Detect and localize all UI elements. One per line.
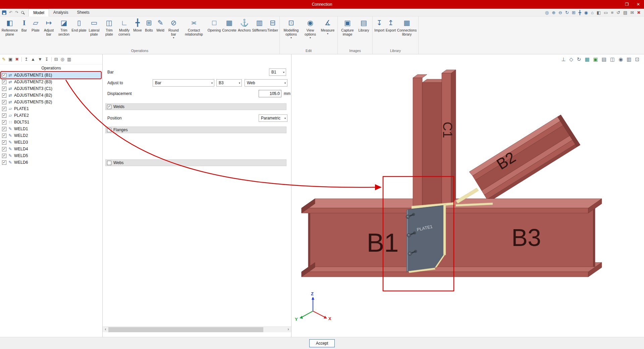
save-icon[interactable]	[2, 10, 6, 15]
checkbox[interactable]: ✓	[2, 160, 6, 165]
move-top-icon[interactable]: ↥	[24, 57, 28, 62]
modify-corners-button[interactable]: ∟ Modify corners	[117, 17, 132, 36]
tree-item-adjustment5[interactable]: ✓ ⇄ ADJUSTMENT5 (B2)	[1, 99, 101, 105]
beam-b2[interactable]	[469, 115, 580, 202]
find-icon[interactable]: ◎	[545, 10, 549, 15]
plates-visibility-icon[interactable]: ◫	[610, 56, 615, 62]
filter-operations-icon[interactable]: ▥	[67, 57, 71, 62]
column-c1[interactable]	[413, 70, 456, 207]
contact-relationship-button[interactable]: ≍ Contact relationship	[181, 17, 207, 36]
opening-button[interactable]: □ Opening	[207, 17, 222, 32]
accept-button[interactable]: Accept	[309, 339, 335, 347]
lateral-plate-button[interactable]: ▭ Lateral plate	[87, 17, 102, 36]
view-cube-icon[interactable]: ◇	[569, 56, 573, 62]
checkbox[interactable]: ✓	[2, 113, 6, 118]
edit-operation-icon[interactable]: ✎	[2, 57, 6, 62]
layers-icon[interactable]: ▥	[627, 56, 631, 62]
checkbox[interactable]: ✓	[2, 73, 6, 78]
zoom-refresh-icon[interactable]: ↻	[565, 10, 569, 15]
tree-item-bolts1[interactable]: ✓ ∷ BOLTS1	[1, 119, 101, 126]
scroll-right-button[interactable]: ›	[285, 327, 291, 333]
beam-b1-b3[interactable]	[302, 199, 602, 277]
adjust-to-part-select[interactable]: Web ▾	[245, 79, 287, 87]
move-bottom-icon[interactable]: ↧	[45, 57, 49, 62]
scrollbar-thumb[interactable]	[108, 327, 263, 332]
round-bar-button[interactable]: ⊘ Round bar ▾	[166, 17, 181, 39]
flanges-section-header[interactable]: Flanges	[105, 127, 286, 133]
view-settings-icon[interactable]: ⊡	[635, 56, 639, 62]
anchors-button[interactable]: ⚓ Anchors	[237, 17, 252, 32]
list-icon[interactable]: ≡	[611, 10, 613, 15]
capture-image-button[interactable]: ▣ Capture image	[339, 17, 356, 36]
adjust-to-type-select[interactable]: Bar ▾	[153, 79, 214, 87]
welds-visibility-icon[interactable]: ▣	[593, 56, 598, 62]
orbit-icon[interactable]: ↻	[577, 56, 581, 62]
move-button[interactable]: ╋ Move	[132, 17, 143, 32]
adjust-bar-button[interactable]: ↦ Adjust bar	[41, 17, 56, 36]
checkbox[interactable]: ✓	[2, 127, 6, 131]
checkbox[interactable]: ✓	[2, 80, 6, 84]
undo-icon[interactable]: ↶	[9, 10, 12, 15]
tree-item-adjustment4[interactable]: ✓ ⇄ ADJUSTMENT4 (B2)	[1, 92, 101, 99]
connection-model[interactable]: B1 B3 B2 C1 PLATE1 Z X Y	[291, 54, 644, 337]
pan-icon[interactable]: ╋	[579, 10, 581, 15]
adjust-to-member-select[interactable]: B3 ▾	[216, 79, 242, 87]
flanges-checkbox[interactable]	[107, 128, 111, 132]
timber-button[interactable]: ⊟ Timber	[267, 17, 278, 32]
close-window-button[interactable]: ✕	[633, 0, 644, 9]
previous-view-icon[interactable]: ↺	[616, 10, 620, 15]
zoom-in-icon[interactable]: ⊕	[552, 10, 555, 15]
trim-plate-button[interactable]: ◫ Trim plate	[102, 17, 117, 36]
restore-window-button[interactable]: ❐	[621, 0, 633, 9]
scroll-left-button[interactable]: ‹	[103, 327, 108, 333]
close-view-icon[interactable]: ✖	[637, 10, 641, 15]
checkbox[interactable]: ✓	[2, 87, 6, 91]
connections-library-button[interactable]: ▦ Connections library	[396, 17, 417, 36]
zoom-window-icon[interactable]: ⊞	[572, 10, 576, 15]
displacement-input[interactable]	[259, 90, 281, 97]
plate-button[interactable]: ▱ Plate	[30, 17, 41, 32]
trim-section-button[interactable]: ◪ Trim section	[56, 17, 71, 36]
view-options-button[interactable]: ◉ View options ▾	[302, 17, 319, 39]
move-down-icon[interactable]: ▼	[38, 57, 42, 62]
bolts-visibility-icon[interactable]: ▤	[602, 56, 606, 62]
tree-item-weld4[interactable]: ✓ ✎ WELD4	[1, 146, 101, 152]
checkbox[interactable]: ✓	[2, 134, 6, 138]
tree-item-weld6[interactable]: ✓ ✎ WELD6	[1, 159, 101, 166]
welds-checkbox[interactable]: ✓	[107, 105, 111, 109]
monitor-icon[interactable]: ▭	[604, 10, 608, 15]
redo-icon[interactable]: ↷	[15, 10, 18, 15]
webs-checkbox[interactable]	[107, 161, 111, 165]
tree-item-weld3[interactable]: ✓ ✎ WELD3	[1, 139, 101, 146]
reference-plane-button[interactable]: ◧ Reference plane	[1, 17, 18, 36]
home-view-icon[interactable]: ⌂	[591, 10, 594, 15]
tree-item-weld5[interactable]: ✓ ✎ WELD5	[1, 152, 101, 159]
feedback-icon[interactable]: ✉	[630, 10, 634, 15]
bar-select[interactable]: B1 ▾	[269, 68, 286, 76]
tree-item-plate1[interactable]: ✓ ▱ PLATE1	[1, 105, 101, 112]
tab-model[interactable]: Model	[29, 9, 49, 16]
export-button[interactable]: ↥ Export	[385, 17, 396, 32]
axes-icon[interactable]: ⊥	[561, 56, 566, 62]
welds-section-header[interactable]: ✓ Welds	[105, 103, 286, 110]
search-icon[interactable]	[21, 11, 24, 14]
weld-button[interactable]: ✎ Weld	[155, 17, 166, 32]
tree-item-plate2[interactable]: ✓ ▱ PLATE2	[1, 112, 101, 119]
checkbox[interactable]: ✓	[2, 100, 6, 104]
position-select[interactable]: Parametric ▾	[259, 114, 287, 122]
report-icon[interactable]: ▤	[623, 10, 627, 15]
webs-section-header[interactable]: Webs	[105, 159, 286, 166]
orbit-icon[interactable]: ◉	[584, 10, 588, 15]
3d-viewport[interactable]: ⊥ ◇ ↻ ▦ ▣ ▤ ◫ ◉ ▥ ⊡	[291, 54, 644, 337]
checkbox[interactable]: ✓	[2, 154, 6, 158]
transparency-icon[interactable]: ◉	[619, 56, 623, 62]
modelling-options-button[interactable]: ⊡ Modelling options ▾	[281, 17, 302, 39]
tree-item-adjustment1[interactable]: ✓ ⇄ ADJUSTMENT1 (B1)	[1, 72, 101, 79]
copy-operation-icon[interactable]: ▣	[8, 57, 12, 62]
split-view-icon[interactable]: ◧	[597, 10, 601, 15]
members-visibility-icon[interactable]: ▦	[585, 56, 589, 62]
horizontal-scrollbar[interactable]: ‹ ›	[103, 327, 291, 332]
tree-item-weld1[interactable]: ✓ ✎ WELD1	[1, 126, 101, 132]
end-plate-button[interactable]: ▯ End plate	[71, 17, 87, 32]
concrete-button[interactable]: ▦ Concrete	[222, 17, 237, 32]
